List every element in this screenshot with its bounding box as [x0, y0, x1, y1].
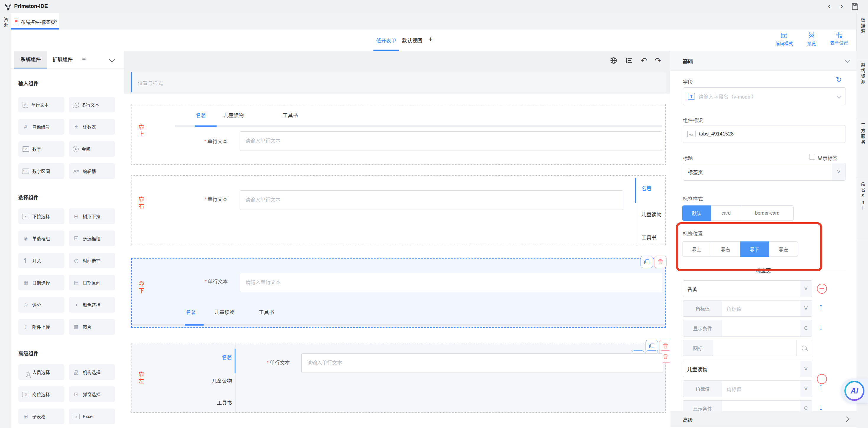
single-line-text-input[interactable]: [240, 131, 662, 151]
condition-input[interactable]: [722, 320, 800, 336]
delete-component-button[interactable]: [654, 256, 666, 268]
title-input[interactable]: 标签页 V: [683, 163, 846, 180]
icon-search-button[interactable]: [796, 340, 812, 356]
tab-position-left[interactable]: 靠左: [769, 241, 798, 257]
palette-item-amount[interactable]: ¥金额: [69, 141, 115, 157]
tab-position-top[interactable]: 靠上: [682, 241, 711, 257]
palette-item-multi-line-text[interactable]: A多行文本: [69, 97, 115, 112]
tab-style-border-card[interactable]: border-card: [741, 205, 794, 221]
copy-component-button[interactable]: [641, 256, 653, 268]
tab-style-default[interactable]: 默认: [682, 205, 711, 221]
palette-list-icon[interactable]: ☰: [82, 57, 86, 62]
palette-item-date-range[interactable]: ▤日期区间: [69, 275, 115, 291]
demo-right-tab-mingzhu[interactable]: 名著: [642, 185, 651, 192]
left-rail-resources[interactable]: 资源: [3, 17, 9, 28]
palette-item-switch[interactable]: 开关: [18, 253, 64, 268]
demo-bottom-tab-mingzhu[interactable]: 名著: [186, 308, 196, 316]
right-rail-offline-resources[interactable]: 离线资源: [860, 63, 866, 85]
palette-item-number-range[interactable]: 1~3数字区间: [18, 163, 64, 179]
demo-bottom-tab-tools[interactable]: 工具书: [259, 308, 274, 316]
palette-item-time-picker[interactable]: ◷时间选择: [69, 253, 115, 268]
demo-top-tab-mingzhu[interactable]: 名著: [196, 111, 206, 119]
tab-item-badge-row[interactable]: 角标值 角标值 V: [683, 300, 812, 317]
demo-tabs-right[interactable]: 靠右 *单行文本 名著 儿童读物 工具书: [131, 175, 665, 245]
move-up-icon[interactable]: ↑: [819, 302, 823, 311]
variable-bind-button[interactable]: V: [800, 300, 812, 317]
variable-bind-button[interactable]: V: [800, 381, 812, 397]
palette-item-radio-group[interactable]: ◉单选框组: [18, 231, 64, 246]
demo-top-tab-children[interactable]: 儿童读物: [224, 111, 244, 119]
file-tab-layout-tabs[interactable]: 布局控件-标签页* ×: [11, 13, 59, 30]
palette-item-single-line-text[interactable]: A单行文本: [18, 97, 64, 112]
add-view-button[interactable]: +: [429, 35, 433, 43]
palette-item-image[interactable]: ▨图片: [69, 319, 115, 335]
demo-bottom-tab-children[interactable]: 儿童读物: [215, 308, 235, 316]
icon-input[interactable]: [713, 340, 796, 356]
palette-tab-system[interactable]: 系统组件: [14, 51, 47, 68]
palette-item-editor[interactable]: A≡编辑器: [69, 163, 115, 179]
globe-icon[interactable]: [610, 57, 617, 64]
tab-name-value[interactable]: 儿童读物: [683, 361, 800, 377]
palette-item-checkbox-group[interactable]: ☑多选框组: [69, 231, 115, 246]
palette-item-dropdown-select[interactable]: ▾下拉选择: [18, 208, 64, 224]
palette-item-rating[interactable]: ☆评分: [18, 297, 64, 312]
undo-icon[interactable]: ↶: [641, 57, 647, 64]
demo-tabs-bottom-selected[interactable]: 靠下 *单行文本 名著 儿童读物 工具书: [131, 258, 665, 328]
tab-item-badge-row[interactable]: 角标值 角标值 V: [683, 381, 812, 397]
variable-bind-button[interactable]: V: [832, 163, 845, 180]
palette-collapse-chevron-icon[interactable]: [109, 56, 115, 62]
variable-bind-button[interactable]: V: [800, 281, 812, 297]
variable-bind-button[interactable]: V: [800, 361, 812, 377]
ai-assistant-button[interactable]: Ai: [844, 381, 864, 401]
field-name-select[interactable]: T 请输入字段名（v-model）: [683, 87, 846, 105]
palette-tab-extended[interactable]: 扩展组件: [49, 51, 77, 68]
back-icon[interactable]: ‹: [828, 2, 831, 10]
tab-name-value[interactable]: 名著: [683, 281, 800, 297]
component-id-input[interactable]: Tab tabs_49141528: [683, 125, 846, 143]
demo-tabs-left[interactable]: ⚙ 靠左 名著 儿童读物 工具书 *单行文本: [131, 343, 665, 413]
palette-item-tree-dropdown[interactable]: ⊟树形下拉: [69, 208, 115, 224]
refresh-icon[interactable]: ↻: [836, 75, 842, 84]
tab-position-right[interactable]: 靠右: [711, 241, 740, 257]
form-settings-button[interactable]: 表单设置: [830, 32, 848, 46]
palette-item-number[interactable]: 123数字: [18, 141, 64, 157]
right-rail-named-sql[interactable]: 命名Sql: [860, 182, 866, 211]
palette-item-post-select[interactable]: 8岗位选择: [18, 386, 64, 402]
show-label-checkbox[interactable]: [809, 154, 815, 160]
tab-position-bottom[interactable]: 靠下: [740, 241, 769, 257]
preview-button[interactable]: 预览: [807, 32, 816, 46]
move-up-icon[interactable]: ↑: [819, 383, 823, 391]
palette-item-attachment-upload[interactable]: ⇧附件上传: [18, 319, 64, 335]
palette-item-excel[interactable]: xExcel: [69, 408, 115, 424]
palette-item-person-select[interactable]: 人员选择: [18, 364, 64, 380]
move-down-icon[interactable]: ↓: [819, 403, 823, 411]
code-mode-button[interactable]: 编码模式: [775, 32, 793, 46]
save-icon[interactable]: [851, 2, 859, 11]
outline-tree-icon[interactable]: [625, 57, 633, 64]
single-line-text-input[interactable]: [240, 273, 662, 292]
tab-default-view[interactable]: 默认视图: [402, 37, 422, 44]
demo-left-tab-mingzhu[interactable]: 名著: [173, 353, 232, 361]
tab-item-name-row[interactable]: 儿童读物 V: [683, 361, 812, 377]
single-line-text-input[interactable]: [240, 190, 623, 210]
panel-header-basic[interactable]: 基础: [670, 51, 857, 70]
move-down-icon[interactable]: ↓: [819, 322, 823, 331]
tab-item-condition-row[interactable]: 显示条件 C: [683, 320, 812, 336]
right-rail-third-party-services[interactable]: 三方服务: [860, 123, 866, 145]
tab-style-card[interactable]: card: [711, 205, 741, 221]
forward-icon[interactable]: ›: [840, 2, 843, 10]
redo-icon[interactable]: ↷: [655, 57, 661, 64]
palette-item-dialog-select[interactable]: ⊡弹窗选择: [69, 386, 115, 402]
demo-top-tab-tools[interactable]: 工具书: [283, 111, 298, 119]
palette-item-sub-table[interactable]: ⊞子表格: [18, 408, 64, 424]
badge-input[interactable]: 角标值: [722, 300, 800, 317]
single-line-text-input[interactable]: [301, 353, 663, 373]
palette-item-org-select[interactable]: 品机构选择: [69, 364, 115, 380]
tab-item-icon-row[interactable]: 图标: [683, 340, 812, 356]
tab-item-name-row[interactable]: 名著 V: [683, 281, 812, 297]
demo-tabs-top[interactable]: 靠上 名著 儿童读物 工具书 *单行文本: [131, 104, 665, 165]
panel-section-advanced[interactable]: 高级: [670, 411, 857, 427]
tab-lowcode-form[interactable]: 低开表单: [376, 37, 396, 44]
palette-item-date-picker[interactable]: ▦日期选择: [18, 275, 64, 291]
palette-item-counter[interactable]: ±计数器: [69, 119, 115, 135]
